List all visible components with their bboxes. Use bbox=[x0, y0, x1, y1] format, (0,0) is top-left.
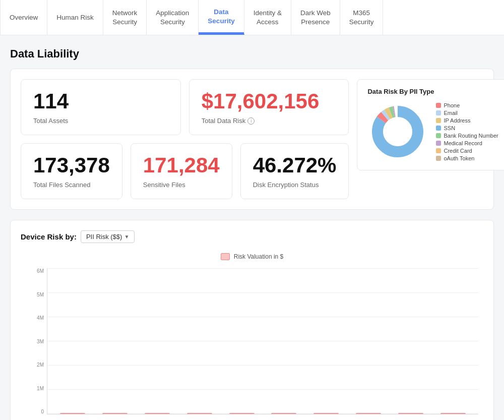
legend-dot-medical bbox=[436, 141, 441, 146]
card-disk-encryption: 46.272% Disk Encryption Status bbox=[240, 143, 349, 199]
legend-credit: Credit Card bbox=[436, 148, 498, 154]
svg-point-6 bbox=[384, 117, 412, 146]
bar-group-8 bbox=[347, 413, 390, 414]
total-assets-label: Total Assets bbox=[33, 117, 168, 125]
bar-2 bbox=[102, 413, 128, 414]
legend-email: Email bbox=[436, 110, 498, 116]
nav-data-security[interactable]: DataSecurity bbox=[199, 0, 244, 35]
chart-legend: Risk Valuation in $ bbox=[26, 253, 478, 260]
nav-dark-web[interactable]: Dark WebPresence bbox=[291, 0, 340, 35]
bar-7 bbox=[313, 413, 339, 414]
nav-bar: Overview Human Risk NetworkSecurity Appl… bbox=[0, 0, 504, 35]
pie-chart-title: Data Risk By PII Type bbox=[367, 88, 504, 95]
legend-medical: Medical Record bbox=[436, 140, 498, 146]
bar-group-6 bbox=[263, 413, 305, 414]
cards-container: 114 Total Assets $17,602,156 Total Data … bbox=[10, 69, 494, 210]
card-total-files: 173,378 Total Files Scanned bbox=[21, 143, 122, 199]
bar-4 bbox=[187, 413, 212, 414]
legend-dot-oauth bbox=[436, 156, 441, 161]
sensitive-files-value: 171,284 bbox=[143, 154, 220, 177]
bar-9 bbox=[398, 413, 423, 414]
legend-dot-ip bbox=[436, 118, 441, 123]
total-data-risk-value: $17,602,156 bbox=[202, 90, 337, 113]
pii-risk-dropdown[interactable]: PII Risk ($$) ▼ bbox=[81, 230, 135, 243]
bar-group-2 bbox=[94, 413, 136, 414]
legend-ssn: SSN bbox=[436, 125, 498, 131]
bar-6 bbox=[271, 413, 296, 414]
legend-dot-credit bbox=[436, 148, 441, 153]
nav-overview[interactable]: Overview bbox=[0, 0, 47, 35]
chevron-down-icon: ▼ bbox=[124, 234, 129, 239]
card-total-assets: 114 Total Assets bbox=[21, 79, 181, 135]
legend-dot-phone bbox=[436, 103, 441, 108]
chart-wrapper: 0 1M 2M 3M 4M 5M 6M bbox=[26, 268, 478, 420]
card-sensitive-files: 171,284 Sensitive Files bbox=[131, 143, 232, 199]
section-title: Data Liability bbox=[10, 47, 494, 61]
info-icon[interactable]: i bbox=[247, 117, 255, 125]
legend-phone: Phone bbox=[436, 102, 498, 108]
legend-oauth: oAuth Token bbox=[436, 155, 498, 161]
chart-container: Risk Valuation in $ 0 1M 2M 3M 4M 5M 6M bbox=[21, 253, 483, 420]
bar-group-7 bbox=[305, 413, 347, 414]
legend-bank: Bank Routing Number bbox=[436, 133, 498, 139]
device-risk-section: Device Risk by: PII Risk ($$) ▼ Risk Val… bbox=[10, 220, 494, 420]
nav-network-security[interactable]: NetworkSecurity bbox=[103, 0, 147, 35]
total-files-value: 173,378 bbox=[33, 154, 110, 177]
total-files-label: Total Files Scanned bbox=[33, 181, 110, 189]
bar-5 bbox=[229, 413, 255, 414]
pie-legend: Phone Email IP Address SSN bbox=[436, 102, 498, 161]
nav-application-security[interactable]: ApplicationSecurity bbox=[147, 0, 199, 35]
disk-encryption-value: 46.272% bbox=[253, 154, 337, 177]
main-content: Data Liability 114 Total Assets $17,602,… bbox=[0, 35, 504, 420]
bar-group-1 bbox=[51, 413, 94, 414]
pie-chart-svg bbox=[367, 101, 428, 162]
nav-human-risk[interactable]: Human Risk bbox=[47, 0, 103, 35]
sensitive-files-label: Sensitive Files bbox=[143, 181, 220, 189]
pie-chart-content: Phone Email IP Address SSN bbox=[367, 101, 504, 162]
bar-3 bbox=[145, 413, 170, 414]
bar-8 bbox=[356, 413, 381, 414]
device-risk-header: Device Risk by: PII Risk ($$) ▼ bbox=[21, 230, 483, 243]
legend-dot-bank bbox=[436, 133, 441, 138]
device-risk-label: Device Risk by: bbox=[21, 232, 77, 241]
bar-10 bbox=[440, 413, 466, 414]
bar-group-3 bbox=[136, 413, 178, 414]
chart-plot-area bbox=[47, 268, 478, 414]
y-axis: 0 1M 2M 3M 4M 5M 6M bbox=[26, 268, 46, 414]
total-data-risk-label: Total Data Risk i bbox=[202, 117, 337, 125]
legend-dot-email bbox=[436, 110, 441, 115]
legend-ip: IP Address bbox=[436, 117, 498, 124]
legend-dot-ssn bbox=[436, 126, 441, 131]
bar-1 bbox=[60, 413, 85, 414]
bars-container bbox=[47, 268, 478, 414]
nav-m365[interactable]: M365Security bbox=[340, 0, 384, 35]
pie-chart-card: Data Risk By PII Type bbox=[357, 79, 504, 170]
disk-encryption-label: Disk Encryption Status bbox=[253, 181, 337, 189]
total-assets-value: 114 bbox=[33, 90, 168, 113]
bar-group-5 bbox=[221, 413, 263, 414]
bar-group-9 bbox=[390, 413, 432, 414]
nav-identity-access[interactable]: Identity &Access bbox=[244, 0, 291, 35]
bar-group-4 bbox=[178, 413, 221, 414]
bar-group-10 bbox=[432, 413, 474, 414]
card-total-data-risk: $17,602,156 Total Data Risk i bbox=[189, 79, 349, 135]
chart-legend-box bbox=[221, 253, 230, 260]
